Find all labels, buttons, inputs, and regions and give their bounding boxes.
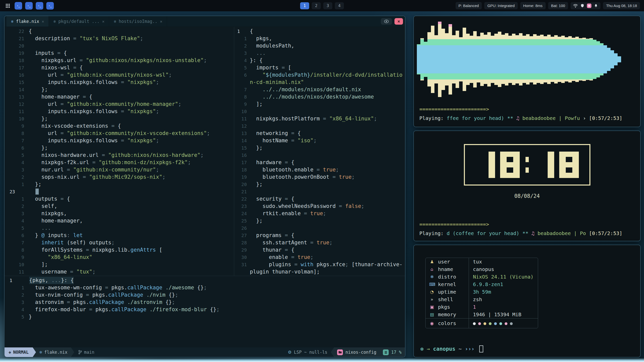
gpu-status: GPU: Integrated (484, 2, 517, 9)
clock-digits (475, 152, 579, 178)
uptime-icon: ◔ (429, 289, 435, 294)
shell-icon: » (429, 297, 435, 302)
visualizer-bar (547, 35, 551, 84)
code-line: 3 nixpkgs, (5, 210, 234, 217)
battery-status: Bat: 100 (548, 2, 568, 9)
shield-icon[interactable] (580, 4, 584, 8)
visualizer-bar (491, 36, 494, 83)
code-line: 16 url = "github:nix-community/nixos-wsl… (5, 71, 234, 79)
workspace-button-1[interactable]: 1 (300, 2, 309, 9)
terminal-icon: ›_ (48, 4, 52, 7)
workspace-button-3[interactable]: 3 (323, 2, 332, 9)
fetch-label: pkgs (438, 304, 450, 310)
visualizer-bar (611, 50, 614, 68)
taskbar-app-icon[interactable]: ›_ (46, 2, 54, 10)
code-line: 18 nixpkgs.url = "github:nixos/nixpkgs/n… (5, 57, 234, 64)
tab-label: flake.nix (16, 19, 39, 24)
visualizer-bar (596, 41, 600, 77)
visualizer-bar (600, 43, 603, 75)
fetch-row: ⌂hname canopus (426, 265, 538, 273)
system-fetch-window: ♟user tux ⌂hname canopus ❄distro NixOS 2… (413, 245, 641, 357)
code-line: 4 home-manager, (5, 217, 234, 224)
visualizer-bar (607, 48, 611, 71)
code-line: 14 hostName = "iso"; (234, 137, 405, 144)
visualizer-bar (614, 53, 618, 65)
workspace-button-2[interactable]: 2 (312, 2, 321, 9)
code-line: 17 nixos-wsl = { (5, 64, 234, 71)
code-line: 10 }; (5, 115, 234, 122)
fetch-value: zsh (469, 296, 482, 302)
code-line: 23 sudo.wheelNeedsPassword = false; (234, 203, 405, 210)
code-line: 11 nixpkgs.hostPlatform = "x86_64-linux"… (234, 115, 405, 122)
code-line: 24 rtkit.enable = true; (234, 210, 405, 217)
code-line: 7 inputs.nixpkgs.follows = "nixpkgs"; (5, 137, 234, 144)
visualizer-bar (424, 42, 427, 77)
tab-flake-nix[interactable]: ❄ flake.nix × (7, 16, 49, 27)
tab-close-icon[interactable]: × (160, 19, 163, 24)
project-indicator: nixos-config ≡ 17 % (334, 347, 405, 357)
shell-prompt[interactable]: ❆ → canopus ~ ››› (420, 345, 483, 352)
color-swatch (484, 322, 486, 325)
visualizer-bar (572, 38, 575, 81)
code-line: 2 modulesPath, (234, 42, 405, 50)
code-line: 21 (234, 188, 405, 195)
fetch-label: shell (438, 296, 453, 302)
screenshot-tray-icon[interactable] (587, 4, 591, 8)
hostname-icon: ⌂ (429, 267, 435, 272)
code-line: 9 ]; (234, 101, 405, 108)
code-line: 18 bluetooth.enable = true; (234, 166, 405, 173)
fetch-row: »shell zsh (426, 296, 538, 303)
visualizer-bar (530, 36, 533, 82)
visualizer-bar (603, 45, 607, 73)
visualizer-bar (477, 36, 480, 82)
code-line: 9 nix-vscode-extensions = { (5, 122, 234, 130)
now-playing: Playing: d (coffee for your head) ** ♫ b… (419, 230, 622, 236)
tab-hosts-isoimage[interactable]: ❄ hosts/isoImag.. × (109, 16, 167, 27)
bell-icon[interactable] (594, 4, 598, 8)
visualizer-bar (582, 38, 586, 81)
visualizer-bar (463, 28, 466, 91)
pane-flake-nix[interactable]: 22{21 description = "tux's NixOS Flake";… (5, 27, 234, 276)
toggle-view-button[interactable] (381, 18, 392, 25)
taskbar-app-icon[interactable]: ›_ (25, 2, 33, 10)
pane-iso-image[interactable]: 1{1 pkgs,2 modulesPath,3 ...4}: {5 impor… (234, 27, 405, 276)
code-line: 13 networking = { (234, 130, 405, 137)
terminal-cursor (479, 345, 483, 352)
taskbar-app-icon[interactable]: ›_ (36, 2, 43, 10)
code-line: 6 } @ inputs: let (5, 232, 234, 239)
visualizer-bar (431, 26, 434, 93)
code-line: 4 firefox-mod-blur = pkgs.callPackage ./… (5, 306, 405, 313)
workspace-button-4[interactable]: 4 (335, 2, 344, 9)
visualizer-bar (533, 34, 537, 84)
fetch-value: NixOS 24.11 (Vicuna) (469, 274, 534, 280)
window-close-button[interactable]: × (394, 18, 403, 25)
taskbar-app-icon[interactable]: ›_ (15, 2, 22, 10)
tab-close-icon[interactable]: × (42, 19, 44, 24)
close-icon: × (397, 19, 400, 24)
lsp-status: ⚙ LSP ~ null-ls (284, 347, 331, 357)
tab-close-icon[interactable]: × (102, 19, 105, 24)
visualizer-bar (554, 35, 558, 83)
tab-label: hosts/isoImag.. (119, 19, 157, 24)
visualizer-bar (537, 36, 540, 83)
code-line: 5 imports = [ (234, 64, 405, 71)
code-line: 1 pkgs, (234, 35, 405, 42)
clock-widget[interactable]: Thu Aug 08, 18:18 (603, 2, 640, 9)
visualizer-bar (501, 35, 505, 84)
tab-pkgs-default[interactable]: ❄ pkgs/default ... × (49, 16, 109, 27)
code-line: 8 url = "github:nix-community/nix-vscode… (5, 130, 234, 137)
app-launcher-icon[interactable] (4, 2, 12, 10)
wifi-icon[interactable] (573, 4, 578, 8)
code-line: 28 ssh.startAgent = true; (234, 239, 405, 246)
color-swatch (499, 322, 502, 325)
visualizer-bar (508, 36, 512, 83)
terminal-icon: ›_ (27, 4, 30, 7)
git-branch-icon (78, 350, 82, 354)
fetch-value: 1946 | 15394 MiB (469, 311, 521, 318)
code-line: 7 inherit (self) outputs; (5, 239, 234, 246)
nix-snowflake-icon: ❄ (114, 19, 116, 24)
pane-pkgs-default[interactable]: 1{pkgs, ...}: {1 tux-awesome-wm-config =… (5, 276, 405, 348)
code-line: 11 inputs.nixpkgs.follows = "nixpkgs"; (5, 108, 234, 115)
terminal-palette (469, 320, 515, 326)
code-line: 22{ (5, 28, 234, 35)
